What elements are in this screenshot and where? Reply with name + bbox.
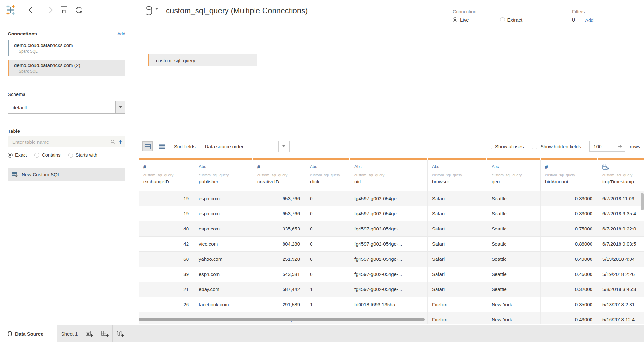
radio-icon xyxy=(34,153,39,158)
save-button[interactable] xyxy=(60,6,68,14)
column-table-name: custom_sql_query xyxy=(310,173,347,177)
radio-contains[interactable]: Contains xyxy=(34,152,60,158)
row-count-field xyxy=(589,141,625,152)
redo-forward-button[interactable] xyxy=(44,6,53,14)
number-type-icon: # xyxy=(545,164,595,170)
grid-view-button[interactable] xyxy=(142,141,153,151)
datetime-icon xyxy=(602,164,609,170)
table-cell: 953,766 xyxy=(253,206,305,221)
table-cell: 543,581 xyxy=(253,267,305,282)
horizontal-scrollbar[interactable] xyxy=(139,318,425,321)
column-field-name: impTimestamp xyxy=(602,179,644,184)
vertical-scrollbar[interactable] xyxy=(641,193,644,210)
search-icon[interactable] xyxy=(111,139,116,144)
row-count-input[interactable] xyxy=(590,144,610,149)
radio-exact[interactable]: Exact xyxy=(8,152,27,158)
string-type-icon: Abc xyxy=(310,164,347,170)
divider xyxy=(0,85,133,85)
connection-item-1[interactable]: demo.cloud.databricks.com Spark SQL xyxy=(8,40,125,56)
column-field-name: uid xyxy=(354,179,425,184)
radio-label: Starts with xyxy=(76,152,98,158)
forward-arrow-icon xyxy=(44,6,53,14)
table-cell: fg4597-g002-054ge-... xyxy=(350,282,428,297)
table-row: 40espn.com335,6530fg4597-g002-054ge-...S… xyxy=(139,221,644,237)
sort-select-caret[interactable] xyxy=(278,141,289,152)
radio-live[interactable]: Live xyxy=(453,17,469,23)
column-header-browser[interactable]: Abccustom_sql_querybrowser xyxy=(428,158,487,191)
table-cell: fg4597-g002-054ge-... xyxy=(350,267,428,282)
column-accent-strip xyxy=(253,158,305,160)
divider xyxy=(8,163,125,163)
left-sidebar: Connections Add demo.cloud.databricks.co… xyxy=(0,0,133,325)
metadata-view-button[interactable] xyxy=(157,141,167,151)
table-cell: 5/18/2018 2:31 xyxy=(598,297,644,312)
apply-row-count-button[interactable] xyxy=(618,144,625,148)
add-filter-link[interactable]: Add xyxy=(585,17,594,23)
connection-mode-block: Connection Live Extract xyxy=(453,9,522,23)
tab-data-source[interactable]: Data Source xyxy=(0,325,57,342)
column-header-publisher[interactable]: Abccustom_sql_querypublisher xyxy=(194,158,253,191)
column-table-name: custom_sql_query xyxy=(602,173,644,177)
tab-sheet-1[interactable]: Sheet 1 xyxy=(57,325,82,342)
radio-icon xyxy=(68,153,73,158)
datetime-type-icon xyxy=(602,164,644,170)
show-hidden-fields-checkbox[interactable]: Show hidden fields xyxy=(532,144,581,149)
column-table-name: custom_sql_query xyxy=(492,173,538,177)
column-table-name: custom_sql_query xyxy=(199,173,250,177)
radio-starts-with[interactable]: Starts with xyxy=(68,152,98,158)
table-section-label: Table xyxy=(8,128,125,134)
column-table-name: custom_sql_query xyxy=(545,173,595,177)
show-aliases-checkbox[interactable]: Show aliases xyxy=(487,144,524,149)
table-cell: yahoo.com xyxy=(194,252,253,267)
new-custom-sql-button[interactable]: New Custom SQL xyxy=(8,168,125,181)
schema-select[interactable]: default xyxy=(8,101,125,114)
new-story-icon xyxy=(117,330,124,337)
table-cell: 0 xyxy=(305,206,350,221)
table-row: 19espn.com953,7660fg4597-g002-054ge-...S… xyxy=(139,191,644,206)
chevron-down-icon[interactable] xyxy=(155,8,158,10)
table-row: 39espn.com543,5810fg4597-g002-054ge-...S… xyxy=(139,267,644,282)
app-toolbar xyxy=(0,0,133,20)
divider xyxy=(0,122,133,122)
table-cell: fg4597-g002-054ge-... xyxy=(350,252,428,267)
filters-block: Filters 0 Add xyxy=(572,9,594,24)
table-row: 21ebay.com587,4421fg4597-g002-054ge-...S… xyxy=(139,282,644,297)
table-cell: 5/19/2018 4:04 xyxy=(598,252,644,267)
database-icon[interactable] xyxy=(145,6,153,15)
new-worksheet-button[interactable] xyxy=(82,325,97,342)
add-table-plus-icon[interactable] xyxy=(118,140,123,144)
connection-item-2[interactable]: demo.cloud.databricks.com (2) Spark SQL xyxy=(8,60,125,76)
column-header-creativeID[interactable]: #custom_sql_querycreativeID xyxy=(253,158,305,191)
column-header-uid[interactable]: Abccustom_sql_queryuid xyxy=(350,158,428,191)
table-cell: Safari xyxy=(428,206,487,221)
column-header-exchangeID[interactable]: #custom_sql_queryexchangeID xyxy=(139,158,194,191)
datasource-title: custom_sql_query (Multiple Connections) xyxy=(166,6,308,15)
column-field-name: browser xyxy=(432,179,484,184)
table-cell: 19 xyxy=(139,206,194,221)
table-cell: 39 xyxy=(139,267,194,282)
table-cell: 1 xyxy=(305,282,350,297)
column-accent-strip xyxy=(139,158,194,160)
refresh-button[interactable] xyxy=(74,6,83,14)
table-cell: vice.com xyxy=(194,237,253,252)
table-cell: Seattle xyxy=(487,221,541,237)
radio-extract[interactable]: Extract xyxy=(500,17,523,23)
new-dashboard-button[interactable] xyxy=(97,325,113,342)
filters-label: Filters xyxy=(572,9,594,14)
column-header-bidAmount[interactable]: #custom_sql_querybidAmount xyxy=(541,158,598,191)
column-header-impTimestamp[interactable]: custom_sql_queryimpTimestamp xyxy=(598,158,644,191)
column-header-geo[interactable]: Abccustom_sql_querygeo xyxy=(487,158,541,191)
sort-order-select[interactable]: Data source order xyxy=(200,141,290,152)
add-connection-link[interactable]: Add xyxy=(117,31,125,36)
table-cell: 804,280 xyxy=(253,237,305,252)
table-search-input[interactable] xyxy=(8,139,111,145)
radio-label: Exact xyxy=(15,152,27,158)
schema-select-caret[interactable] xyxy=(115,101,125,113)
undo-back-button[interactable] xyxy=(28,6,37,14)
table-cell: 5/8/2018 3:46:3 xyxy=(598,282,644,297)
column-header-click[interactable]: Abccustom_sql_queryclick xyxy=(305,158,350,191)
new-story-button[interactable] xyxy=(113,325,128,342)
grid-view-icon xyxy=(145,144,151,149)
table-cell: 953,766 xyxy=(253,191,305,206)
canvas-table-pill[interactable]: custom_sql_query xyxy=(148,54,257,66)
